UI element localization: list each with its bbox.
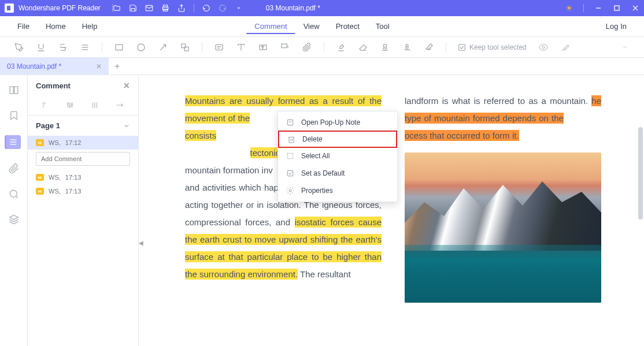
context-menu-select-all[interactable]: Select All <box>278 147 397 165</box>
document-tab[interactable]: 03 Mountain.pdf * ✕ <box>0 58 109 75</box>
eraser-tool-icon[interactable] <box>358 42 368 53</box>
attachments-panel-icon[interactable] <box>8 163 20 174</box>
divider <box>324 42 324 53</box>
theme-icon[interactable]: ☀ <box>565 3 573 13</box>
svg-point-42 <box>69 106 71 107</box>
save-icon[interactable] <box>129 4 137 12</box>
share-icon[interactable] <box>177 4 186 12</box>
circle-tool-icon[interactable] <box>136 42 146 53</box>
textbox-tool-icon[interactable]: T <box>258 42 268 53</box>
highlighted-text[interactable]: ocess that occurred to form it. <box>405 130 519 141</box>
menu-protect[interactable]: Protect <box>328 18 368 34</box>
menu-tool[interactable]: Tool <box>368 18 398 34</box>
maximize-icon[interactable] <box>613 4 621 12</box>
redo-icon[interactable] <box>219 4 227 12</box>
comment-author: WS, <box>49 139 61 146</box>
stamp-dropdown-icon[interactable] <box>402 42 412 53</box>
menu-home[interactable]: Home <box>38 18 74 34</box>
page-section-header[interactable]: Page 1 <box>28 116 138 136</box>
note-tool-icon[interactable] <box>214 42 224 53</box>
shape-tool-icon[interactable] <box>180 42 190 53</box>
underline-tool-icon[interactable] <box>36 42 46 53</box>
svg-point-41 <box>67 103 68 104</box>
context-menu-set-default[interactable]: Set as Default <box>278 165 397 182</box>
login-link[interactable]: Log In <box>598 18 635 34</box>
svg-point-32 <box>10 190 17 197</box>
context-menu: Open Pop-Up Note Delete Select All Set a… <box>277 111 398 202</box>
layers-panel-icon[interactable] <box>8 214 20 225</box>
collapse-toolbar-icon[interactable] <box>620 42 630 53</box>
folder-open-icon[interactable] <box>113 4 121 12</box>
add-tab-icon[interactable]: + <box>109 61 125 72</box>
document-title: 03 Mountain.pdf * <box>266 4 320 12</box>
vertical-scrollbar[interactable] <box>638 127 643 219</box>
undo-icon[interactable] <box>202 4 210 12</box>
svg-point-43 <box>71 103 72 105</box>
sort-icon[interactable] <box>41 101 50 110</box>
menu-comment[interactable]: Comment <box>246 18 295 34</box>
svg-point-12 <box>138 44 145 51</box>
thumbnails-icon[interactable] <box>8 84 20 96</box>
comment-author: WS, <box>49 188 61 195</box>
settings-icon[interactable] <box>91 101 100 110</box>
page-label: Page 1 <box>36 121 60 130</box>
dropdown-icon[interactable] <box>235 4 243 12</box>
svg-line-33 <box>16 196 17 198</box>
comment-item[interactable]: H WS, 17:13 <box>28 184 138 198</box>
attachment-tool-icon[interactable] <box>302 42 312 53</box>
mail-icon[interactable] <box>145 4 153 12</box>
strikethrough-tool-icon[interactable] <box>58 42 68 53</box>
comment-item[interactable]: H WS, 17:13 <box>28 170 138 184</box>
panel-collapse-handle[interactable]: ◀ <box>139 237 145 248</box>
side-panel-close-icon[interactable]: ✕ <box>123 81 130 90</box>
add-comment-input[interactable] <box>36 152 130 166</box>
menu-view[interactable]: View <box>295 18 328 34</box>
context-menu-delete[interactable]: Delete <box>278 131 397 148</box>
text-tool-icon[interactable] <box>236 42 246 53</box>
highlight-tool-icon[interactable] <box>336 42 346 53</box>
close-icon[interactable] <box>631 4 639 12</box>
menu-help[interactable]: Help <box>74 18 106 34</box>
tab-close-icon[interactable]: ✕ <box>96 62 102 70</box>
svg-point-26 <box>542 46 545 49</box>
comment-item[interactable]: H WS, 17:12 <box>28 136 138 150</box>
left-rail <box>0 75 28 346</box>
context-menu-open-popup[interactable]: Open Pop-Up Note <box>278 114 397 131</box>
comment-time: 17:13 <box>65 188 82 195</box>
rectangle-tool-icon[interactable] <box>114 42 124 53</box>
app-name: Wondershare PDF Reader <box>18 4 101 12</box>
filter-icon[interactable] <box>66 101 75 110</box>
stamp-tool-icon[interactable] <box>380 42 390 53</box>
divider <box>194 4 194 12</box>
print-icon[interactable] <box>161 4 169 12</box>
pen-tool-icon[interactable] <box>14 42 24 53</box>
body-text: The resultant <box>300 269 351 279</box>
keep-tool-label: Keep tool selected <box>469 43 527 51</box>
arrow-tool-icon[interactable] <box>158 42 168 53</box>
search-panel-icon[interactable] <box>8 188 20 200</box>
minimize-icon[interactable] <box>594 4 602 12</box>
menu-file[interactable]: File <box>9 18 38 34</box>
keep-tool-selected[interactable]: Keep tool selected <box>458 43 527 51</box>
context-menu-properties[interactable]: Properties <box>278 182 397 199</box>
comments-panel-icon[interactable] <box>5 135 21 149</box>
comment-time: 17:13 <box>65 174 82 181</box>
svg-point-23 <box>383 44 386 47</box>
svg-point-51 <box>289 189 291 192</box>
mountain-image <box>405 152 601 303</box>
signature-tool-icon[interactable] <box>424 42 434 53</box>
erase-all-icon[interactable] <box>560 42 571 53</box>
text-column-right: landform is what is referred to as a mou… <box>405 92 601 303</box>
divider <box>583 4 584 12</box>
svg-rect-16 <box>216 44 223 50</box>
export-icon[interactable] <box>116 101 125 110</box>
callout-tool-icon[interactable] <box>280 42 290 53</box>
bookmarks-icon[interactable] <box>8 110 20 121</box>
svg-rect-25 <box>459 44 465 50</box>
body-text: landform is what is referred to as a mou… <box>405 96 591 106</box>
chevron-down-icon <box>123 122 130 129</box>
list-tool-icon[interactable] <box>80 42 90 53</box>
visibility-icon[interactable] <box>538 42 549 53</box>
side-panel-title: Comment <box>36 81 71 90</box>
svg-rect-22 <box>282 44 287 48</box>
